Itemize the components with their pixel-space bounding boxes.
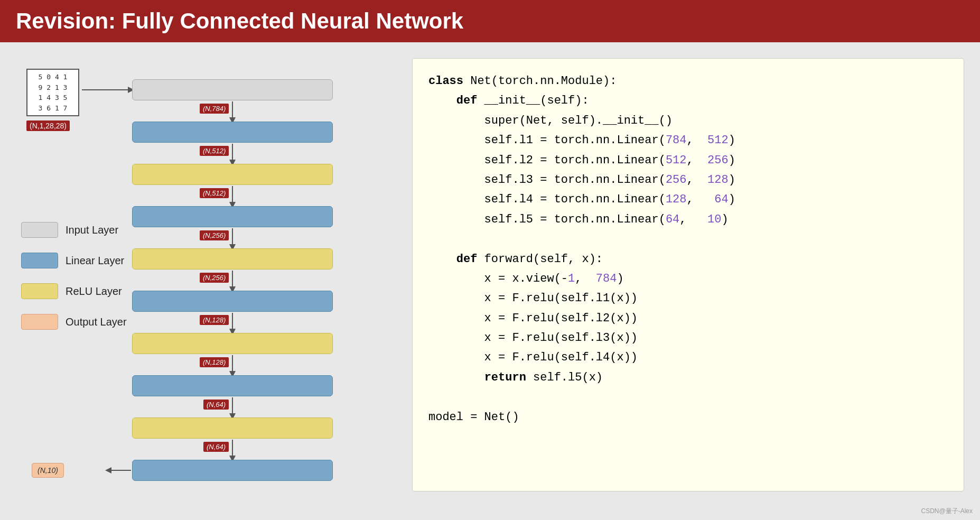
- shape-7: (N,64): [203, 400, 229, 410]
- shape-4: (N,256): [200, 273, 229, 283]
- code-line-1: class Net(torch.nn.Module):: [428, 71, 948, 91]
- legend-item-input: Input Layer: [21, 222, 127, 238]
- shape-2: (N,512): [200, 188, 229, 198]
- code-line-4: self.l1 = torch.nn.Linear(784, 512): [428, 131, 948, 150]
- layer-linear-1: [132, 122, 333, 143]
- legend-color-relu: [21, 283, 58, 299]
- layer-linear-4: [132, 375, 333, 396]
- legend-item-relu: ReLU Layer: [21, 283, 127, 299]
- shape-1: (N,512): [200, 146, 229, 156]
- shape-3: (N,256): [200, 230, 229, 240]
- network-diagram: 5 0 4 19 2 1 31 4 3 53 6 1 7 (N,1,28,28): [11, 58, 380, 491]
- page-title: Revision: Fully Connected Neural Network: [16, 8, 463, 34]
- code-line-3: super(Net, self).__init__(): [428, 111, 948, 131]
- layer-input: [132, 79, 333, 100]
- header: Revision: Fully Connected Neural Network: [0, 0, 980, 42]
- output-node: (N,10): [32, 463, 64, 478]
- legend-color-linear: [21, 253, 58, 268]
- code-line-12: x = F.relu(self.l1(x)): [428, 289, 948, 308]
- shape-0: (N,784): [200, 104, 229, 114]
- code-line-14: x = F.relu(self.l3(x)): [428, 328, 948, 348]
- left-panel: 5 0 4 19 2 1 31 4 3 53 6 1 7 (N,1,28,28): [0, 42, 402, 520]
- code-line-16: return self.l5(x): [428, 368, 948, 387]
- shape-8: (N,64): [203, 442, 229, 452]
- legend-label-linear: Linear Layer: [66, 255, 124, 267]
- legend: Input Layer Linear Layer ReLU Layer Outp…: [21, 222, 127, 330]
- legend-label-output: Output Layer: [66, 316, 127, 328]
- code-line-11: x = x.view(-1, 784): [428, 269, 948, 289]
- code-block: class Net(torch.nn.Module): def __init__…: [412, 58, 964, 491]
- code-line-18: model = Net(): [428, 407, 948, 427]
- code-line-8: self.l5 = torch.nn.Linear(64, 10): [428, 210, 948, 229]
- code-line-17: [428, 387, 948, 407]
- code-line-10: def forward(self, x):: [428, 249, 948, 269]
- legend-label-input: Input Layer: [66, 224, 118, 236]
- code-line-9: [428, 229, 948, 249]
- legend-item-linear: Linear Layer: [21, 253, 127, 268]
- layer-linear-3: [132, 291, 333, 312]
- legend-color-input: [21, 222, 58, 238]
- shape-5: (N,128): [200, 315, 229, 325]
- layer-relu-3: [132, 333, 333, 354]
- code-line-13: x = F.relu(self.l2(x)): [428, 309, 948, 328]
- legend-label-relu: ReLU Layer: [66, 285, 122, 298]
- code-line-15: x = F.relu(self.l4(x)): [428, 348, 948, 367]
- layer-linear-5: [132, 460, 333, 481]
- code-line-2: def __init__(self):: [428, 91, 948, 110]
- input-image: 5 0 4 19 2 1 31 4 3 53 6 1 7: [26, 69, 79, 116]
- code-line-6: self.l3 = torch.nn.Linear(256, 128): [428, 170, 948, 190]
- right-panel: class Net(torch.nn.Module): def __init__…: [402, 42, 980, 520]
- shape-6: (N,128): [200, 357, 229, 367]
- layer-relu-4: [132, 417, 333, 439]
- layer-relu-2: [132, 248, 333, 270]
- layer-linear-2: [132, 206, 333, 227]
- code-line-7: self.l4 = torch.nn.Linear(128, 64): [428, 190, 948, 209]
- legend-color-output: [21, 314, 58, 330]
- layer-relu-1: [132, 164, 333, 185]
- code-line-5: self.l2 = torch.nn.Linear(512, 256): [428, 151, 948, 170]
- watermark: CSDN@量子-Alex: [921, 507, 973, 516]
- legend-item-output: Output Layer: [21, 314, 127, 330]
- input-shape-label: (N,1,28,28): [26, 120, 70, 131]
